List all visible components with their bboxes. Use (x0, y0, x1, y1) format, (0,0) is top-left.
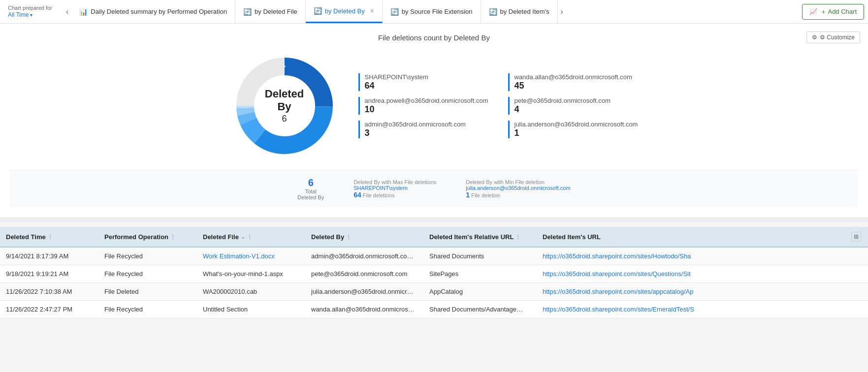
customize-icon: ⚙ (812, 34, 817, 41)
th-performed-op-filter[interactable]: ⋮ (170, 234, 175, 240)
summary-max-name[interactable]: SHAREPOINT\system (354, 185, 407, 191)
nav-prev-button[interactable]: ‹ (63, 5, 71, 18)
url-link-2[interactable]: https://o365droid.sharepoint.com/sites/a… (543, 288, 693, 295)
legend-name-4: admin@o365droid.onmicrosoft.com (365, 121, 488, 128)
th-url: Deleted Item's URL (537, 232, 845, 242)
legend-item-0: SHAREPOINT\system 64 (358, 73, 488, 91)
td-relative-url-1: SitePages (423, 270, 537, 278)
chart-content: Deleted By 6 SHAREPOINT\system 64 wanda.… (10, 52, 858, 170)
th-deleted-file-sort[interactable]: ⌄ (241, 234, 245, 240)
th-deleted-time-label: Deleted Time (6, 233, 46, 241)
tab-deleted-by[interactable]: 🔄 by Deleted By ✕ (306, 0, 383, 23)
th-action: ⊞ (845, 232, 868, 242)
table-row: 9/18/2021 9:19:21 AM File Recycled What'… (0, 265, 868, 283)
th-deleted-file-label: Deleted File (203, 233, 239, 241)
chart-prepared-info: Chart prepared for All Time (4, 4, 63, 19)
donut-center: Deleted By 6 (257, 88, 312, 124)
summary-min-unit: File deletion (471, 192, 500, 198)
td-deleted-time-1: 9/18/2021 9:19:21 AM (0, 270, 98, 278)
table-action-button[interactable]: ⊞ (851, 232, 861, 242)
td-deleted-file-2: WA200002010.cab (197, 288, 305, 295)
th-deleted-file-filter[interactable]: ⋮ (247, 234, 252, 240)
tab-source-file[interactable]: 🔄 by Source File Extension (383, 0, 481, 23)
th-deleted-by-filter[interactable]: ⋮ (346, 234, 351, 240)
add-chart-button[interactable]: 📈 ＋ Add Chart (802, 4, 864, 20)
nav-next-button[interactable]: › (558, 5, 566, 18)
table-header: Deleted Time ⋮ Performed Operation ⋮ Del… (0, 227, 868, 248)
legend-name-2: andrea.powell@o365droid.onmicrosoft.com (365, 97, 488, 104)
tab-daily-label: Daily Deleted summary by Performed Opera… (91, 8, 227, 15)
summary-min: Deleted By with Min File deletion julia.… (466, 179, 570, 199)
th-relative-url-filter[interactable]: ⋮ (515, 234, 520, 240)
tab-daily[interactable]: 📊 Daily Deleted summary by Performed Ope… (71, 0, 235, 23)
tab-deleted-items-label: by Deleted Item's (500, 8, 549, 15)
th-relative-url: Deleted Item's Relative URL ⋮ (423, 232, 537, 242)
tab-deleted-by-label: by Deleted By (325, 7, 365, 15)
tab-deleted-items-icon: 🔄 (489, 8, 497, 16)
td-performed-op-0: File Recycled (98, 252, 197, 260)
url-link-3[interactable]: https://o365droid.sharepoint.com/sites/E… (543, 306, 694, 313)
tab-bar: Chart prepared for All Time ‹ 📊 Daily De… (0, 0, 868, 24)
donut-value: 6 (257, 114, 312, 124)
summary-total-sublabel: Deleted By (297, 194, 324, 200)
td-deleted-time-0: 9/14/2021 8:17:39 AM (0, 252, 98, 260)
td-deleted-file-3: Untitled Section (197, 306, 305, 313)
td-deleted-by-3: wanda.allan@o365droid.onmicros… (305, 306, 423, 313)
url-link-0[interactable]: https://o365droid.sharepoint.com/sites/H… (543, 252, 691, 260)
td-url-1: https://o365droid.sharepoint.com/sites/Q… (537, 270, 868, 278)
tab-deleted-file-icon: 🔄 (243, 8, 252, 16)
tab-source-file-icon: 🔄 (390, 8, 399, 16)
summary-max-value: 64 (354, 191, 361, 199)
summary-max-label: Deleted By with Max File deletions (354, 179, 436, 185)
th-deleted-by-label: Deleted By (311, 233, 344, 241)
all-time-dropdown[interactable]: All Time (8, 11, 32, 19)
chart-area: File deletions count by Deleted By ⚙ ⚙ C… (0, 24, 868, 217)
legend-item-3: pete@o365droid.onmicrosoft.com 4 (508, 97, 638, 115)
tab-deleted-by-icon: 🔄 (314, 7, 322, 15)
td-url-2: https://o365droid.sharepoint.com/sites/a… (537, 288, 868, 295)
legend-name-1: wanda.allan@o365droid.onmicrosoft.com (514, 73, 638, 81)
th-performed-operation: Performed Operation ⋮ (98, 232, 197, 242)
summary-max: Deleted By with Max File deletions SHARE… (354, 179, 436, 199)
summary-min-value: 1 (466, 191, 470, 199)
th-relative-url-label: Deleted Item's Relative URL (429, 233, 514, 241)
td-deleted-by-2: julia.anderson@o365droid.onmicr… (305, 288, 423, 295)
td-deleted-time-3: 11/26/2022 2:47:27 PM (0, 306, 98, 313)
customize-button[interactable]: ⚙ ⚙ Customize (806, 31, 860, 43)
th-deleted-time: Deleted Time ⋮ (0, 232, 98, 242)
table-row: 11/26/2022 2:47:27 PM File Recycled Unti… (0, 301, 868, 318)
legend-item-1: wanda.allan@o365droid.onmicrosoft.com 45 (508, 73, 638, 91)
deleted-file-link-0[interactable]: Work Estimation-V1.docx (203, 252, 275, 260)
legend-count-5: 1 (514, 128, 638, 138)
legend-item-5: julia.anderson@o365droid.onmicrosoft.com… (508, 121, 638, 138)
tab-deleted-file[interactable]: 🔄 by Deleted File (235, 0, 306, 23)
legend-item-4: admin@o365droid.onmicrosoft.com 3 (358, 121, 488, 138)
td-relative-url-2: AppCatalog (423, 288, 537, 295)
td-deleted-by-1: pete@o365droid.onmicrosoft.com (305, 270, 423, 278)
donut-chart: Deleted By 6 (230, 52, 339, 160)
legend-name-5: julia.anderson@o365droid.onmicrosoft.com (514, 121, 638, 128)
table-row: 11/26/2022 7:10:38 AM File Deleted WA200… (0, 283, 868, 301)
url-link-1[interactable]: https://o365droid.sharepoint.com/sites/Q… (543, 270, 691, 278)
summary-max-unit: File deletions (363, 192, 395, 198)
tab-list: 📊 Daily Deleted summary by Performed Ope… (71, 0, 557, 23)
legend-count-3: 4 (514, 104, 638, 115)
tab-deleted-items[interactable]: 🔄 by Deleted Item's (481, 0, 558, 23)
td-relative-url-3: Shared Documents/Advantage… (423, 306, 537, 313)
legend-item-2: andrea.powell@o365droid.onmicrosoft.com … (358, 97, 488, 115)
summary-bar: 6 Total Deleted By Deleted By with Max F… (10, 170, 858, 207)
td-deleted-file-1: What's-on-your-mind-1.aspx (197, 270, 305, 278)
legend-count-1: 45 (514, 81, 638, 91)
legend-name-3: pete@o365droid.onmicrosoft.com (514, 97, 638, 104)
td-url-3: https://o365droid.sharepoint.com/sites/E… (537, 306, 868, 313)
td-deleted-time-2: 11/26/2022 7:10:38 AM (0, 288, 98, 295)
table-area: Deleted Time ⋮ Performed Operation ⋮ Del… (0, 227, 868, 318)
tab-deleted-by-close[interactable]: ✕ (370, 8, 374, 14)
th-deleted-by: Deleted By ⋮ (305, 232, 423, 242)
donut-label: Deleted By (257, 88, 312, 114)
th-url-label: Deleted Item's URL (543, 233, 601, 241)
summary-min-name[interactable]: julia.anderson@o365droid.onmicrosoft.com (466, 185, 570, 191)
table-row: 9/14/2021 8:17:39 AM File Recycled Work … (0, 248, 868, 265)
th-deleted-time-filter[interactable]: ⋮ (48, 234, 53, 240)
td-performed-op-1: File Recycled (98, 270, 197, 278)
